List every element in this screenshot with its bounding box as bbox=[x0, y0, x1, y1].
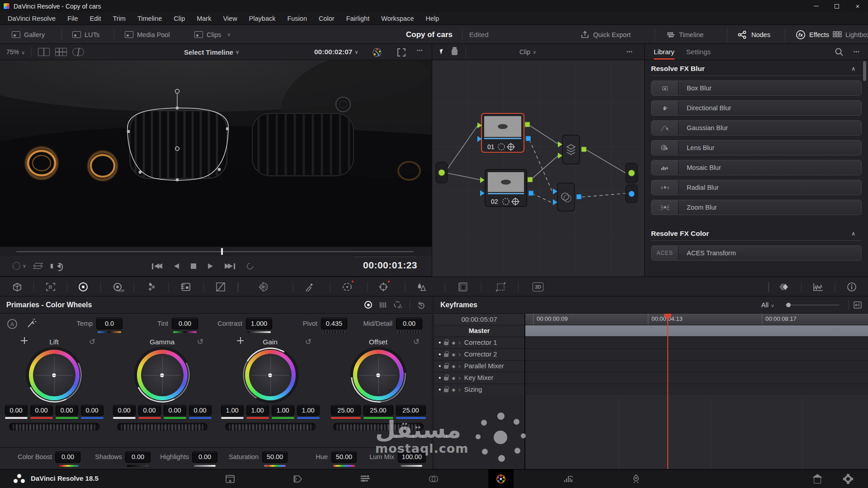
fx-item-gaussian-blur[interactable]: Gaussian Blur bbox=[651, 120, 862, 136]
node-options-icon[interactable]: ••• bbox=[627, 49, 633, 54]
menu-color[interactable]: Color bbox=[313, 12, 340, 24]
page-cut[interactable] bbox=[285, 469, 311, 488]
stop-button[interactable] bbox=[191, 263, 196, 269]
keyframes-ruler[interactable]: 00:00:00:09 00:00:04:13 00:00:08:17 bbox=[525, 314, 868, 325]
timeline-selector[interactable]: Select Timeline∨ bbox=[184, 44, 239, 60]
color-trace-icon[interactable] bbox=[372, 47, 382, 58]
offset-red-value[interactable]: 25.00 bbox=[331, 405, 361, 416]
minimize-button[interactable] bbox=[806, 0, 826, 12]
menu-edit[interactable]: Edit bbox=[84, 12, 107, 24]
page-deliver[interactable] bbox=[623, 469, 649, 488]
lift-printer-light-icon[interactable] bbox=[21, 337, 28, 344]
keyframes-track-area[interactable]: 00:00:00:09 00:00:04:13 00:00:08:17 bbox=[524, 314, 868, 469]
offset-blue-value[interactable]: 25.00 bbox=[396, 405, 426, 416]
audio-mute-icon[interactable] bbox=[57, 264, 61, 268]
fx-item-zoom-blur[interactable]: Zoom Blur bbox=[651, 200, 862, 215]
clips-button[interactable]: Clips ∨ bbox=[194, 25, 231, 44]
key-output-node[interactable] bbox=[626, 185, 637, 203]
node01-key-output[interactable] bbox=[526, 136, 531, 141]
lift-master-value[interactable]: 0.00 bbox=[5, 405, 28, 416]
layer-mixer-node[interactable] bbox=[558, 135, 586, 164]
maximize-button[interactable] bbox=[826, 0, 847, 12]
qualifier-palette-icon[interactable] bbox=[253, 277, 273, 297]
gamma-blue-value[interactable]: 0.00 bbox=[189, 405, 212, 416]
menu-help[interactable]: Help bbox=[420, 12, 445, 24]
eyedropper-icon[interactable] bbox=[299, 277, 319, 297]
nodes-panel-button[interactable]: Nodes bbox=[738, 25, 770, 44]
corrector-node-01[interactable]: 01 bbox=[477, 113, 531, 152]
lift-blue-value[interactable]: 0.00 bbox=[81, 405, 104, 416]
gain-master-value[interactable]: 1.00 bbox=[221, 405, 244, 416]
menu-fairlight[interactable]: Fairlight bbox=[340, 12, 376, 24]
window-palette-icon[interactable] bbox=[337, 277, 357, 297]
scrub-playhead[interactable] bbox=[221, 248, 223, 255]
go-to-end-button[interactable] bbox=[225, 263, 235, 269]
gain-printer-light-icon[interactable] bbox=[237, 337, 244, 344]
collapse-icon[interactable]: ∧ bbox=[851, 66, 855, 72]
gallery-button[interactable]: Gallery bbox=[12, 25, 45, 44]
offset-green-value[interactable]: 25.00 bbox=[363, 405, 393, 416]
source-node[interactable] bbox=[436, 162, 448, 183]
onion-skin-icon[interactable]: ∨ bbox=[13, 262, 26, 270]
menu-trim[interactable]: Trim bbox=[107, 12, 132, 24]
viewer-options-icon[interactable]: ••• bbox=[417, 48, 423, 53]
curves-palette-icon[interactable] bbox=[211, 277, 231, 297]
loop-button[interactable] bbox=[245, 262, 255, 271]
log-mode-icon[interactable]: LOG bbox=[394, 301, 402, 309]
scopes-icon[interactable] bbox=[808, 277, 828, 297]
menu-timeline[interactable]: Timeline bbox=[132, 12, 168, 24]
pointer-tool-icon[interactable] bbox=[440, 49, 444, 54]
viewer-zoom-select[interactable]: 75%∨ bbox=[6, 48, 25, 56]
viewer-timecode[interactable]: 00:00:02:07∨ bbox=[314, 44, 359, 60]
go-to-start-button[interactable] bbox=[152, 263, 162, 269]
gamma-master-value[interactable]: 0.00 bbox=[113, 405, 136, 416]
section-resolve-fx-blur[interactable]: Resolve FX Blur ∧ bbox=[645, 60, 868, 75]
track-corrector-2[interactable]: ●◆› Corrector 2 bbox=[434, 348, 524, 360]
tab-library[interactable]: Library bbox=[654, 44, 675, 60]
camera-raw-icon[interactable] bbox=[7, 277, 27, 297]
lightbox-button[interactable]: Lightbox bbox=[833, 25, 868, 44]
track-key-mixer[interactable]: ●◆› Key Mixer bbox=[434, 372, 524, 383]
fx-item-lens-blur[interactable]: Lens Blur bbox=[651, 140, 862, 155]
page-fusion[interactable] bbox=[421, 469, 446, 488]
rgb-output-node[interactable] bbox=[626, 163, 637, 183]
gain-green-value[interactable]: 1.00 bbox=[272, 405, 294, 416]
play-button[interactable] bbox=[208, 263, 213, 269]
node01-rgb-output[interactable] bbox=[525, 122, 530, 127]
auto-wand-icon[interactable] bbox=[25, 318, 37, 330]
unmix-icon[interactable] bbox=[34, 263, 42, 269]
menu-fusion[interactable]: Fusion bbox=[281, 12, 313, 24]
stills-palette-icon[interactable] bbox=[175, 277, 195, 297]
menu-file[interactable]: File bbox=[61, 12, 84, 24]
gain-wheel[interactable] bbox=[245, 350, 296, 400]
media-pool-button[interactable]: Media Pool bbox=[125, 25, 170, 44]
keyframes-playhead[interactable] bbox=[667, 314, 668, 469]
track-master[interactable]: Master bbox=[434, 325, 524, 336]
gamma-master-wheel[interactable] bbox=[117, 423, 208, 431]
close-button[interactable]: × bbox=[847, 0, 868, 12]
gain-reset-icon[interactable]: ↺ bbox=[305, 337, 311, 347]
key-mixer-node[interactable] bbox=[553, 183, 581, 211]
node-graph[interactable]: 01 02 bbox=[432, 60, 644, 277]
expand-icon[interactable] bbox=[397, 48, 406, 57]
node02-key-output[interactable] bbox=[528, 191, 533, 196]
search-icon[interactable] bbox=[835, 47, 844, 56]
lift-red-value[interactable]: 0.00 bbox=[30, 405, 53, 416]
grid-view-icon[interactable] bbox=[55, 48, 67, 56]
node02-rgb-output[interactable] bbox=[528, 177, 533, 182]
bars-mode-icon[interactable] bbox=[379, 301, 387, 309]
menu-view[interactable]: View bbox=[217, 12, 243, 24]
fx-item-radial-blur[interactable]: Radial Blur bbox=[651, 180, 862, 195]
offset-reset-icon[interactable]: ↺ bbox=[413, 337, 420, 347]
viewer-scrub-bar[interactable] bbox=[0, 247, 432, 256]
lock-icon[interactable] bbox=[444, 389, 448, 392]
corrector-node-02[interactable]: 02 bbox=[480, 169, 533, 206]
lift-wheel[interactable] bbox=[29, 350, 80, 400]
menu-workspace[interactable]: Workspace bbox=[375, 12, 420, 24]
window-handle-point[interactable] bbox=[175, 89, 179, 94]
wheels-mode-icon[interactable] bbox=[364, 301, 372, 309]
page-media[interactable] bbox=[217, 469, 243, 488]
scrub-track[interactable] bbox=[16, 251, 414, 252]
sizing-icon[interactable] bbox=[491, 277, 511, 297]
lock-icon[interactable] bbox=[444, 377, 448, 380]
